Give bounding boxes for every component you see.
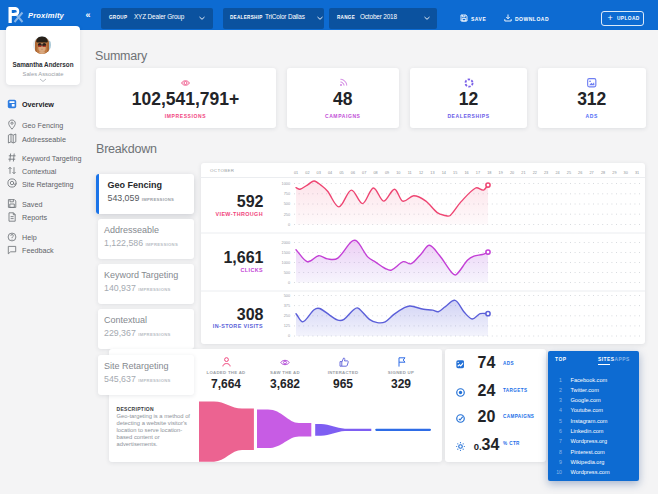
svg-text:04: 04 (328, 171, 332, 175)
svg-text:28: 28 (601, 171, 605, 175)
svg-text:250: 250 (284, 213, 290, 217)
svg-text:0: 0 (288, 281, 290, 285)
svg-text:20: 20 (510, 171, 514, 175)
svg-text:16: 16 (464, 171, 468, 175)
svg-text:19: 19 (499, 171, 503, 175)
svg-text:27: 27 (589, 171, 593, 175)
svg-text:1000: 1000 (282, 182, 290, 186)
svg-text:13: 13 (430, 171, 434, 175)
svg-text:06: 06 (351, 171, 355, 175)
svg-text:03: 03 (317, 171, 321, 175)
svg-text:26: 26 (578, 171, 582, 175)
svg-text:125: 125 (284, 324, 290, 328)
svg-text:500: 500 (284, 271, 290, 275)
svg-text:0: 0 (288, 334, 290, 338)
svg-text:29: 29 (612, 171, 616, 175)
svg-text:OCTOBER: OCTOBER (210, 168, 234, 173)
svg-text:22: 22 (533, 171, 537, 175)
svg-text:500: 500 (284, 202, 290, 206)
svg-text:07: 07 (362, 171, 366, 175)
svg-text:11: 11 (408, 171, 412, 175)
svg-text:1000: 1000 (282, 261, 290, 265)
svg-text:05: 05 (339, 171, 343, 175)
svg-text:01: 01 (294, 171, 298, 175)
svg-text:18: 18 (487, 171, 491, 175)
svg-text:30: 30 (624, 171, 628, 175)
svg-text:25: 25 (567, 171, 571, 175)
svg-text:09: 09 (385, 171, 389, 175)
svg-text:750: 750 (284, 192, 290, 196)
svg-text:21: 21 (521, 171, 525, 175)
svg-text:24: 24 (555, 171, 559, 175)
svg-text:250: 250 (284, 314, 290, 318)
svg-text:23: 23 (544, 171, 548, 175)
svg-text:14: 14 (442, 171, 446, 175)
svg-text:2000: 2000 (282, 241, 290, 245)
svg-text:10: 10 (396, 171, 400, 175)
svg-text:1500: 1500 (282, 251, 290, 255)
svg-text:12: 12 (419, 171, 423, 175)
svg-text:02: 02 (305, 171, 309, 175)
svg-text:08: 08 (373, 171, 377, 175)
svg-text:17: 17 (476, 171, 480, 175)
svg-text:15: 15 (453, 171, 457, 175)
svg-text:31: 31 (635, 171, 639, 175)
svg-text:375: 375 (284, 304, 290, 308)
svg-text:0: 0 (288, 223, 290, 227)
svg-text:500: 500 (284, 294, 290, 298)
